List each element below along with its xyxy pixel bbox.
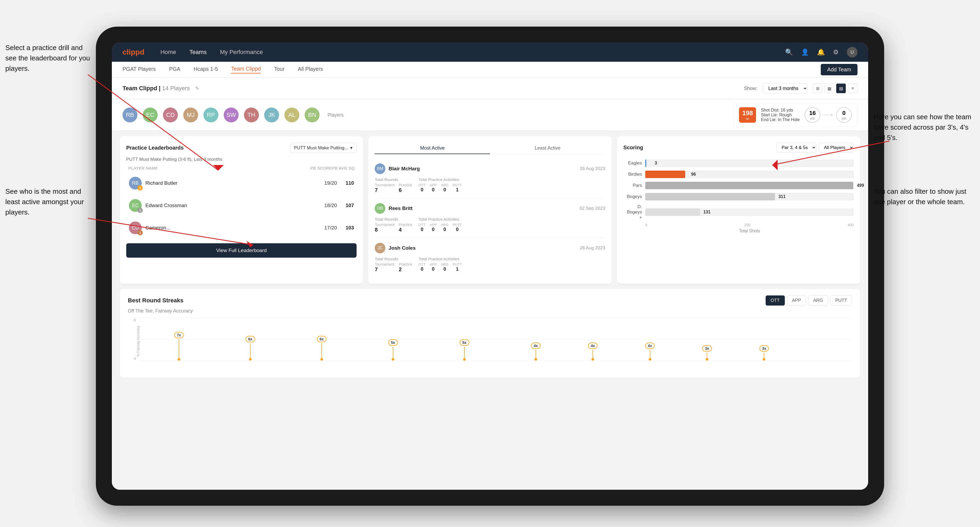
annotation-top-right-2: You can also filter to show just one pla…: [873, 186, 975, 207]
activity-date-1: 26 Aug 2023: [580, 166, 605, 171]
rank-badge-2: 2: [137, 208, 143, 213]
x-axis-labels: 0 200 400: [624, 223, 854, 227]
scoring-filters: Par 3, 4 & 5s All Players: [776, 143, 854, 152]
end-lie: End Lie: In The Hole: [761, 117, 800, 122]
par-filter-select[interactable]: Par 3, 4 & 5s: [776, 143, 816, 152]
lb-name-2: Edward Crossman: [145, 203, 321, 208]
shot-number-badge: 198 sc: [739, 107, 756, 123]
drill-subtitle: PUTT Must Make Putting (3-6 ft), Last 3 …: [126, 157, 356, 162]
least-active-tab[interactable]: Least Active: [490, 143, 605, 154]
player-avatar-4[interactable]: MJ: [183, 108, 198, 122]
player-avatar-3[interactable]: CD: [163, 108, 178, 122]
bar-pars: Pars 499: [624, 182, 854, 189]
players-filter-select[interactable]: All Players: [819, 143, 854, 152]
lb-avg-3: 103: [340, 225, 354, 231]
player-avatar-9[interactable]: AL: [285, 108, 299, 122]
nav-link-teams[interactable]: Teams: [189, 49, 207, 56]
lb-rank-avatar-1: RB 1: [129, 177, 142, 189]
activity-tab-switcher: Most Active Least Active: [375, 143, 605, 154]
player-avatar-8[interactable]: JK: [264, 108, 279, 122]
scoring-title: Scoring: [624, 144, 643, 151]
player-avatar-7[interactable]: TH: [244, 108, 259, 122]
subnav-all-players[interactable]: All Players: [298, 66, 323, 73]
activity-name-1: Blair McHarg: [388, 166, 420, 171]
annotation-top-left: Select a practice drill and see the lead…: [5, 43, 91, 74]
edit-team-icon[interactable]: ✎: [195, 86, 199, 91]
bar-fill-pars: 499: [645, 182, 854, 189]
lb-score-1: 19/20: [325, 180, 337, 186]
lb-player-row-1: RB 1 Richard Butler 19/20 110: [126, 173, 356, 193]
drill-selector[interactable]: PUTT Must Make Putting... ▾: [290, 143, 357, 153]
grid-view-btn[interactable]: ⊞: [813, 84, 822, 93]
streak-point-1: 7x: [174, 332, 184, 360]
team-name: Team Clippd | 14 Players: [123, 85, 190, 92]
top-nav: clippd Home Teams My Performance 🔍 👤 🔔 ⚙…: [112, 43, 868, 62]
subnav-hcaps[interactable]: Hcaps 1-5: [194, 66, 218, 73]
streaks-subtitle: Off The Tee, Fairway Accuracy: [128, 308, 852, 314]
leaderboard-header: Practice Leaderboards PUTT Must Make Put…: [126, 143, 356, 153]
activity-avatar-2: RB: [375, 203, 385, 214]
yardage-to-circle: 0 yds: [836, 107, 852, 123]
user-avatar[interactable]: U: [847, 47, 858, 57]
bar-birdies: Birdies 96: [624, 171, 854, 178]
bar-fill-eagles: 3: [645, 159, 647, 167]
team-header: Team Clippd | 14 Players ✎ Show: Last 3 …: [112, 78, 868, 99]
streak-point-10: 3x: [759, 345, 769, 360]
subnav-pgat[interactable]: PGAT Players: [123, 66, 156, 73]
shot-dist: Shot Dist: 16 yds: [761, 108, 800, 113]
streak-point-9: 3x: [702, 345, 712, 360]
streak-app-btn[interactable]: APP: [787, 295, 806, 306]
tablet-screen: clippd Home Teams My Performance 🔍 👤 🔔 ⚙…: [112, 43, 868, 490]
nav-links: Home Teams My Performance: [160, 49, 785, 56]
player-avatar-2[interactable]: EC: [143, 108, 158, 122]
nav-link-performance[interactable]: My Performance: [220, 49, 263, 56]
view-full-leaderboard-button[interactable]: View Full Leaderboard: [126, 243, 356, 258]
x-axis-label: Total Shots: [624, 229, 854, 233]
player-avatar-10[interactable]: BN: [305, 108, 320, 122]
bell-icon[interactable]: 🔔: [817, 48, 825, 56]
main-content: Team Clippd | 14 Players ✎ Show: Last 3 …: [112, 78, 868, 490]
card-view-btn[interactable]: ▤: [836, 84, 846, 93]
nav-icons: 🔍 👤 🔔 ⚙ U: [785, 47, 858, 57]
streak-point-7: 4x: [588, 343, 598, 360]
streak-putt-btn[interactable]: PUTT: [830, 295, 852, 306]
shot-info-card: 198 sc Shot Dist: 16 yds Start Lie: Roug…: [733, 103, 858, 127]
rank-badge-3: 3: [137, 230, 143, 235]
lb-rank-avatar-3: CD 3: [129, 221, 142, 234]
tablet-frame: clippd Home Teams My Performance 🔍 👤 🔔 ⚙…: [96, 27, 884, 506]
subnav-team-clippd[interactable]: Team Clippd: [231, 66, 261, 73]
streak-data-area: 7x 6x 6x: [138, 318, 852, 360]
add-team-button[interactable]: Add Team: [821, 64, 858, 75]
nav-link-home[interactable]: Home: [160, 49, 176, 56]
player-avatar-5[interactable]: RP: [204, 108, 218, 122]
yardage-connector: [823, 114, 833, 116]
player-avatar-6[interactable]: SW: [224, 108, 239, 122]
nav-logo: clippd: [123, 48, 144, 56]
shot-number: 198: [742, 110, 753, 117]
streak-y-axis: 6 4: [128, 318, 136, 360]
lb-name-1: Richard Butler: [145, 180, 321, 186]
streak-filters: OTT APP ARG PUTT: [765, 295, 852, 306]
view-icons: ⊞ ▦ ▤ ≡: [813, 84, 858, 93]
shot-unit: sc: [746, 117, 749, 121]
lb-table-header: PLAYER NAME PB SCORE PB AVG SQ: [126, 166, 356, 170]
player-name-row-1: BM Blair McHarg: [375, 163, 420, 174]
player-avatar-1[interactable]: RB: [123, 108, 137, 122]
most-active-tab[interactable]: Most Active: [375, 143, 490, 154]
rank-badge-1: 1: [137, 185, 143, 190]
streak-arg-btn[interactable]: ARG: [808, 295, 828, 306]
search-icon[interactable]: 🔍: [785, 48, 793, 56]
subnav-tour[interactable]: Tour: [274, 66, 285, 73]
subnav-pga[interactable]: PGA: [169, 66, 180, 73]
bar-fill-dbogeys: 131: [645, 208, 700, 216]
team-controls: Show: Last 3 months ⊞ ▦ ▤ ≡: [744, 83, 858, 94]
list-view-btn[interactable]: ▦: [824, 84, 834, 93]
annotation-top-right-1: Here you can see how the team have score…: [873, 112, 975, 143]
settings-icon[interactable]: ⚙: [833, 48, 839, 56]
detail-view-btn[interactable]: ≡: [848, 84, 858, 93]
lb-avg-1: 110: [340, 180, 354, 186]
people-icon[interactable]: 👤: [801, 48, 809, 56]
streak-ott-btn[interactable]: OTT: [765, 295, 785, 306]
activity-player-1: BM Blair McHarg 26 Aug 2023 Total Rounds…: [375, 159, 605, 198]
period-select[interactable]: Last 3 months: [763, 83, 807, 94]
